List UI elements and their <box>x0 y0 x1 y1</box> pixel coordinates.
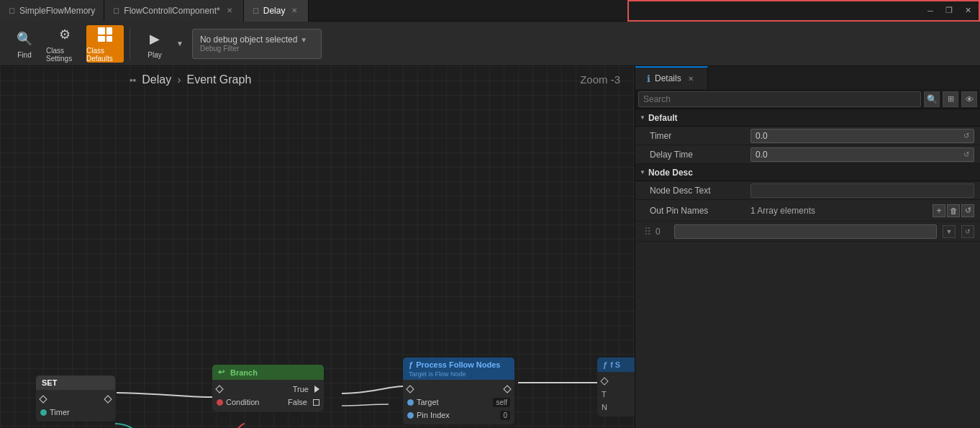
cond-label: Condition <box>226 398 259 406</box>
timer-row: Timer 0.0 ↺ <box>635 127 980 145</box>
array-reset-button[interactable]: ↺ <box>961 204 974 217</box>
process-title: Process Follow Nodes <box>416 360 500 369</box>
svg-rect-1 <box>106 27 112 35</box>
details-tab[interactable]: ℹ Details ✕ <box>635 66 708 89</box>
window-controls: ─ ❐ ✕ <box>922 3 980 19</box>
partial-icon: ƒ <box>603 360 607 369</box>
nodedesc-section-label: Node Desc <box>648 168 693 178</box>
delay-time-reset-icon[interactable]: ↺ <box>963 150 969 158</box>
tab-simpleflowmemory[interactable]: ◻ SimpleFlowMemory <box>0 0 104 22</box>
svg-rect-2 <box>98 36 105 42</box>
process-exec-row <box>403 383 514 396</box>
chevron-down-icon: ▼ <box>300 36 307 44</box>
svg-rect-0 <box>98 27 105 35</box>
process-exec-in[interactable] <box>406 385 414 393</box>
outpinnames-label: Out Pin Names <box>650 206 750 216</box>
find-button[interactable]: 🔍 Find <box>6 25 43 63</box>
timer-in-pin[interactable] <box>40 409 47 416</box>
partial-exec-in[interactable] <box>600 377 608 385</box>
default-section-label: Default <box>648 113 678 123</box>
node-set[interactable]: SET Timer <box>36 375 115 422</box>
blueprint-canvas[interactable]: ▪▪ Delay › Event Graph Zoom -3 <box>0 66 635 428</box>
pin-index: 0 <box>655 227 670 237</box>
outpinnames-row: Out Pin Names 1 Array elements + 🗑 ↺ <box>635 200 980 222</box>
pin-reset-btn[interactable]: ↺ <box>961 225 974 238</box>
target-pin[interactable] <box>407 399 414 406</box>
branch-header-icon: ↩ <box>218 368 224 377</box>
array-delete-button[interactable]: 🗑 <box>947 204 960 217</box>
breadcrumb-item1[interactable]: Delay <box>142 73 171 86</box>
default-section-header[interactable]: ▼ Default <box>635 109 980 127</box>
array-add-button[interactable]: + <box>933 204 945 217</box>
eye-button[interactable]: 👁 <box>961 91 977 107</box>
close-icon[interactable]: ✕ <box>289 6 299 16</box>
drag-handle[interactable]: ⠿ <box>644 226 651 237</box>
pin-value-box[interactable] <box>674 224 937 239</box>
node-set-header: SET <box>36 375 115 390</box>
delay-time-value: 0.0 <box>756 150 768 160</box>
false-label: False <box>288 398 307 406</box>
process-exec-out[interactable] <box>503 385 511 393</box>
cond-pin[interactable] <box>217 399 223 406</box>
main-area: ▪▪ Delay › Event Graph Zoom -3 <box>0 66 980 428</box>
search-bar: 🔍 ⊞ 👁 <box>635 89 980 109</box>
details-panel: ℹ Details ✕ 🔍 ⊞ 👁 ▼ Default Timer <box>635 66 980 428</box>
search-input[interactable] <box>638 91 921 107</box>
class-settings-button[interactable]: ⚙ Class Settings <box>46 25 83 63</box>
pinindex-val-badge: 0 <box>500 411 510 420</box>
close-button[interactable]: ✕ <box>960 3 976 19</box>
timer-value-input[interactable]: 0.0 ↺ <box>750 129 974 143</box>
outpin-index-row: ⠿ 0 ▼ ↺ <box>635 222 980 242</box>
timer-reset-icon[interactable]: ↺ <box>963 132 969 140</box>
partial-n-label: N <box>602 403 607 411</box>
exec-out-pin[interactable] <box>104 395 112 403</box>
process-icon: ƒ <box>409 360 413 369</box>
tab-flowcontrollcomponent[interactable]: ◻ FlowControllComponent* ✕ <box>104 0 243 22</box>
class-defaults-button[interactable]: Class Defaults <box>86 25 124 63</box>
node-branch[interactable]: ↩ Branch True <box>212 365 324 411</box>
search-button[interactable]: 🔍 <box>924 91 940 107</box>
close-icon[interactable]: ✕ <box>224 6 235 16</box>
false-pin[interactable] <box>313 399 319 406</box>
zoom-indicator: Zoom -3 <box>580 73 620 86</box>
nodedesc-section-header[interactable]: ▼ Node Desc <box>635 164 980 181</box>
nodedesc-text-input[interactable] <box>750 183 974 198</box>
delay-time-value-input[interactable]: 0.0 ↺ <box>750 147 974 162</box>
nodedesc-text-row: Node Desc Text <box>635 181 980 200</box>
partial-title: f S <box>610 360 620 369</box>
pinindex-label: Pin Index <box>417 411 450 419</box>
info-icon: ℹ <box>647 73 650 84</box>
debug-object-label: No debug object selected <box>200 35 297 45</box>
branch-exec-in[interactable] <box>215 385 223 393</box>
process-subtitle: Target is Flow Node <box>409 370 509 380</box>
process-pinindex-row: Pin Index 0 <box>403 409 514 422</box>
node-branch-body: True Condition False <box>212 380 324 411</box>
maximize-button[interactable]: ❐ <box>941 3 957 19</box>
process-header: ƒ Process Follow Nodes <box>409 359 509 370</box>
node-partial[interactable]: ƒ f S T N <box>597 358 635 416</box>
partial-t-label: T <box>602 390 607 399</box>
pin-dropdown-btn[interactable]: ▼ <box>943 225 956 238</box>
partial-header: ƒ f S <box>597 358 635 372</box>
partial-body: T N <box>597 372 635 416</box>
nodedesc-text-label: Node Desc Text <box>650 186 750 196</box>
minimize-button[interactable]: ─ <box>922 3 938 19</box>
nodedesc-collapse-icon: ▼ <box>640 169 645 176</box>
dropdown-arrow[interactable]: ▼ <box>176 40 183 47</box>
debug-filter-button[interactable]: No debug object selected ▼ Debug Filter <box>192 29 322 59</box>
pinindex-pin[interactable] <box>407 412 414 419</box>
node-branch-header: ↩ Branch <box>212 365 324 380</box>
exec-in-pin[interactable] <box>39 395 47 403</box>
true-pin[interactable] <box>314 386 319 393</box>
target-label: Target <box>417 398 439 406</box>
array-info: 1 Array elements <box>750 206 933 216</box>
details-close-icon[interactable]: ✕ <box>686 73 696 83</box>
target-self-badge: self <box>493 398 510 407</box>
node-process[interactable]: ƒ Process Follow Nodes Target is Flow No… <box>403 358 514 424</box>
view-toggle-button[interactable]: ⊞ <box>943 91 958 107</box>
breadcrumb-item2[interactable]: Event Graph <box>186 73 251 86</box>
play-button[interactable]: ▶ Play <box>136 25 173 63</box>
tab-delay[interactable]: ◻ Delay ✕ <box>244 0 309 22</box>
collapse-icon: ▼ <box>640 114 645 121</box>
partial-t-row: T <box>597 388 635 401</box>
